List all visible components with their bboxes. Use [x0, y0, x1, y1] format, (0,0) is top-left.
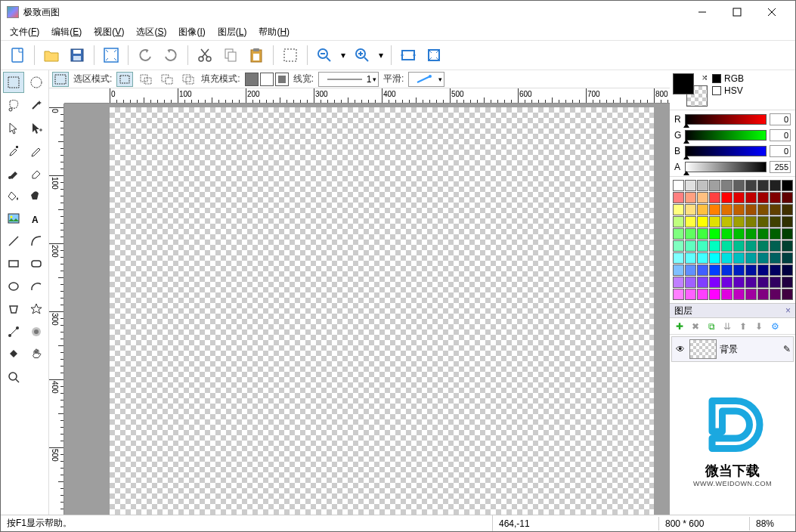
tool-hand[interactable]: [26, 344, 47, 365]
canvas-viewport[interactable]: [64, 104, 670, 515]
tool-eraser[interactable]: [26, 162, 47, 184]
zoom-in-dropdown[interactable]: ▾: [376, 43, 386, 67]
palette-swatch[interactable]: [697, 240, 708, 252]
palette-swatch[interactable]: [745, 180, 757, 191]
palette-swatch[interactable]: [697, 228, 708, 240]
palette-swatch[interactable]: [757, 192, 769, 203]
palette-swatch[interactable]: [757, 204, 769, 215]
palette-swatch[interactable]: [757, 228, 769, 240]
layer-settings-button[interactable]: ⚙: [768, 320, 782, 333]
r-value[interactable]: [770, 113, 791, 125]
actual-size-button[interactable]: [396, 43, 420, 67]
palette-swatch[interactable]: [709, 204, 720, 215]
layer-merge-button[interactable]: ⇊: [720, 320, 734, 333]
palette-swatch[interactable]: [709, 192, 720, 203]
palette-swatch[interactable]: [770, 204, 781, 215]
palette-swatch[interactable]: [770, 264, 781, 276]
palette-swatch[interactable]: [770, 289, 781, 300]
palette-swatch[interactable]: [782, 192, 793, 203]
cut-button[interactable]: [193, 43, 217, 67]
palette-swatch[interactable]: [757, 216, 769, 227]
opt-selmode-intersect[interactable]: [180, 72, 197, 87]
palette-swatch[interactable]: [782, 252, 793, 264]
zoom-out-dropdown[interactable]: ▾: [338, 43, 348, 67]
tool-ellipse[interactable]: [3, 276, 24, 297]
opt-selmode-replace[interactable]: [116, 72, 133, 87]
paste-button[interactable]: [244, 43, 268, 67]
palette-swatch[interactable]: [745, 228, 757, 240]
palette-swatch[interactable]: [685, 228, 696, 240]
palette-swatch[interactable]: [733, 216, 745, 227]
g-slider[interactable]: [685, 130, 767, 141]
layer-row[interactable]: 👁 背景 ✎: [671, 336, 794, 362]
palette-swatch[interactable]: [685, 264, 696, 276]
palette-swatch[interactable]: [757, 240, 769, 252]
palette-swatch[interactable]: [721, 228, 733, 240]
palette-swatch[interactable]: [685, 216, 696, 227]
b-slider[interactable]: [685, 146, 767, 156]
tool-polygon[interactable]: [3, 298, 24, 320]
palette-swatch[interactable]: [673, 289, 684, 300]
palette-swatch[interactable]: [685, 180, 696, 191]
palette-swatch[interactable]: [733, 228, 745, 240]
tool-magic-wand[interactable]: [26, 94, 47, 116]
palette-swatch[interactable]: [745, 277, 757, 288]
opt-rect-select-icon[interactable]: [52, 72, 69, 87]
fill-mode-swatches[interactable]: [245, 73, 289, 86]
palette-swatch[interactable]: [673, 228, 684, 240]
palette-swatch[interactable]: [721, 240, 733, 252]
palette-swatch[interactable]: [721, 192, 733, 203]
close-button[interactable]: [754, 1, 789, 23]
palette-swatch[interactable]: [770, 277, 781, 288]
palette-swatch[interactable]: [745, 204, 757, 215]
menu-view[interactable]: 视图(V): [89, 24, 129, 40]
palette-swatch[interactable]: [770, 180, 781, 191]
tool-curve[interactable]: [26, 230, 47, 252]
undo-button[interactable]: [133, 43, 157, 67]
palette-swatch[interactable]: [709, 277, 720, 288]
fill-outline-icon[interactable]: [260, 73, 274, 86]
palette-swatch[interactable]: [757, 180, 769, 191]
palette-swatch[interactable]: [770, 192, 781, 203]
tool-pencil[interactable]: [26, 140, 47, 161]
tool-arc[interactable]: [26, 276, 47, 297]
palette-swatch[interactable]: [770, 216, 781, 227]
palette-swatch[interactable]: [697, 264, 708, 276]
palette-swatch[interactable]: [721, 180, 733, 191]
palette-swatch[interactable]: [685, 240, 696, 252]
palette-swatch[interactable]: [673, 240, 684, 252]
palette-swatch[interactable]: [745, 252, 757, 264]
palette-swatch[interactable]: [733, 180, 745, 191]
layer-add-button[interactable]: ✚: [673, 320, 686, 333]
tool-fill[interactable]: [3, 185, 24, 206]
zoom-in-button[interactable]: [350, 43, 374, 67]
fill-solid-icon[interactable]: [245, 73, 259, 86]
palette-swatch[interactable]: [673, 180, 684, 191]
tool-star[interactable]: [26, 298, 47, 320]
palette-swatch[interactable]: [770, 240, 781, 252]
layer-duplicate-button[interactable]: ⧉: [705, 320, 718, 333]
palette-swatch[interactable]: [721, 264, 733, 276]
palette-swatch[interactable]: [733, 277, 745, 288]
tool-zoom[interactable]: [3, 367, 24, 388]
palette-swatch[interactable]: [733, 192, 745, 203]
tool-eyedropper[interactable]: [3, 140, 24, 161]
palette-swatch[interactable]: [721, 252, 733, 264]
palette-swatch[interactable]: [685, 204, 696, 215]
palette-swatch[interactable]: [709, 240, 720, 252]
palette-swatch[interactable]: [757, 252, 769, 264]
layer-up-button[interactable]: ⬆: [736, 320, 750, 333]
palette-swatch[interactable]: [745, 192, 757, 203]
layer-delete-button[interactable]: ✖: [689, 320, 702, 333]
palette-swatch[interactable]: [782, 228, 793, 240]
palette-swatch[interactable]: [673, 264, 684, 276]
color-mode-hsv[interactable]: HSV: [712, 85, 744, 96]
palette-swatch[interactable]: [770, 252, 781, 264]
palette-swatch[interactable]: [697, 252, 708, 264]
palette-swatch[interactable]: [745, 240, 757, 252]
smooth-selector[interactable]: ▾: [408, 72, 444, 87]
a-value[interactable]: [770, 161, 791, 173]
a-slider[interactable]: [685, 162, 767, 172]
swap-colors-icon[interactable]: ⤭: [702, 73, 708, 82]
palette-swatch[interactable]: [697, 204, 708, 215]
